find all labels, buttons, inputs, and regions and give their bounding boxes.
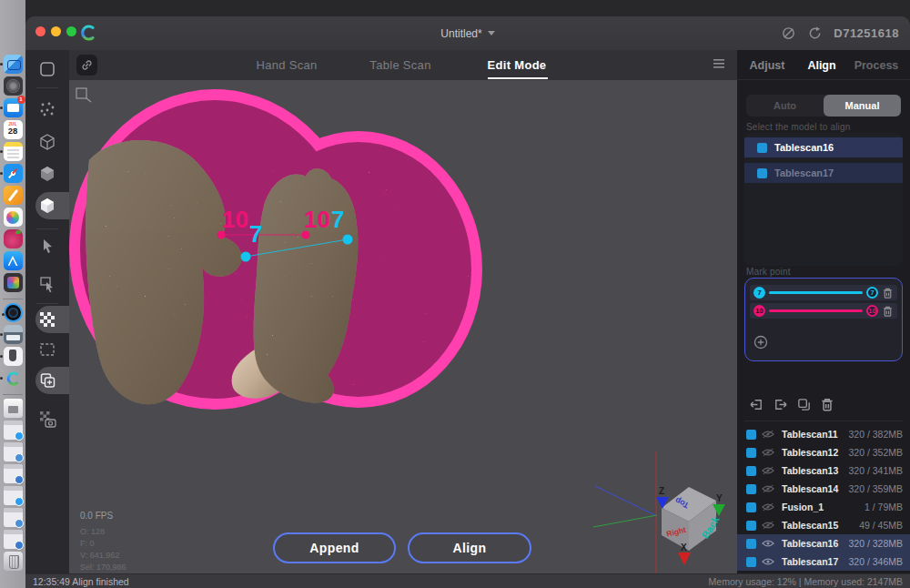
dock-minimized-window[interactable] bbox=[4, 508, 23, 527]
marker-pair-row-7[interactable]: 7 7 bbox=[750, 285, 897, 300]
import-icon[interactable] bbox=[749, 397, 764, 412]
model-row-tablescan16[interactable]: Tablescan16 bbox=[744, 137, 903, 157]
dock-scanner-app-icon[interactable] bbox=[4, 347, 23, 366]
tool-checker-camera[interactable] bbox=[25, 409, 69, 429]
checkbox[interactable] bbox=[746, 557, 756, 567]
checkbox[interactable] bbox=[746, 430, 756, 440]
checkbox[interactable] bbox=[746, 539, 756, 549]
checkbox[interactable] bbox=[757, 143, 767, 153]
scan-row-tablescan13[interactable]: Tablescan13 320 / 341MB bbox=[737, 461, 910, 480]
dock-revo-scan-icon[interactable] bbox=[4, 369, 23, 388]
scan-row-tablescan12[interactable]: Tablescan12 320 / 352MB bbox=[737, 443, 910, 461]
tab-adjust[interactable]: Adjust bbox=[750, 50, 785, 80]
revo-c-logo bbox=[5, 370, 21, 387]
eye-hidden-icon[interactable] bbox=[762, 502, 774, 512]
scan-name: Tablescan14 bbox=[782, 483, 838, 494]
checkbox[interactable] bbox=[746, 502, 756, 512]
scan-row-tablescan15[interactable]: Tablescan15 49 / 45MB bbox=[737, 516, 910, 534]
dock-window-app-icon[interactable] bbox=[4, 325, 23, 344]
add-marker-button[interactable] bbox=[753, 335, 768, 353]
dock-photos-icon[interactable] bbox=[4, 208, 23, 227]
feather-slash-icon[interactable] bbox=[781, 25, 796, 41]
align-button[interactable]: Align bbox=[408, 532, 531, 563]
dock-trash-icon[interactable] bbox=[4, 552, 23, 571]
tool-mesh-view-active[interactable] bbox=[25, 192, 69, 219]
eye-visible-icon[interactable] bbox=[762, 557, 774, 566]
eye-hidden-icon[interactable] bbox=[762, 484, 774, 493]
tool-checker-select-active[interactable] bbox=[25, 306, 69, 333]
tab-process[interactable]: Process bbox=[854, 50, 899, 80]
dock-minimized-window[interactable] bbox=[4, 421, 23, 440]
checkbox[interactable] bbox=[757, 168, 767, 178]
tab-hand-scan[interactable]: Hand Scan bbox=[256, 50, 317, 80]
tool-wireframe-view[interactable] bbox=[25, 132, 69, 152]
screen: 1 JUL 28 bbox=[0, 0, 910, 588]
marker-pair-row-10[interactable]: 10 10 bbox=[750, 303, 897, 319]
delete-marker-icon[interactable] bbox=[882, 305, 894, 318]
dock-minimized-window[interactable] bbox=[4, 464, 23, 483]
tool-append-scan-active[interactable] bbox=[25, 367, 69, 394]
scan-row-tablescan17[interactable]: Tablescan17 320 / 346MB bbox=[737, 553, 910, 571]
eye-hidden-icon[interactable] bbox=[762, 448, 774, 457]
dock-minimized-window[interactable] bbox=[4, 442, 23, 461]
scan-row-tablescan16[interactable]: Tablescan16 320 / 328MB bbox=[737, 534, 910, 553]
marker-point-7-a[interactable] bbox=[241, 252, 251, 262]
eye-hidden-icon[interactable] bbox=[762, 466, 774, 475]
delete-scan-icon[interactable] bbox=[820, 397, 834, 412]
refresh-icon[interactable] bbox=[807, 25, 823, 41]
marker-point-7-b[interactable] bbox=[343, 235, 353, 245]
dock-document-icon[interactable] bbox=[4, 399, 23, 418]
stat-line: O: 128 bbox=[80, 527, 105, 536]
dock-calendar-icon[interactable]: JUL 28 bbox=[4, 120, 23, 139]
export-icon[interactable] bbox=[773, 397, 788, 412]
append-button[interactable]: Append bbox=[273, 532, 396, 563]
tab-label: Table Scan bbox=[369, 58, 430, 72]
checkbox[interactable] bbox=[746, 466, 756, 476]
dock-notes-icon[interactable] bbox=[4, 142, 23, 161]
dock-minimized-window[interactable] bbox=[4, 530, 23, 549]
toolbar-divider bbox=[36, 303, 58, 304]
model-name: Tablescan17 bbox=[774, 167, 834, 178]
dock-raspberry-icon[interactable] bbox=[4, 229, 23, 248]
checkbox[interactable] bbox=[746, 521, 756, 531]
fps-value: 0.0 FPS bbox=[80, 511, 113, 521]
tool-pointer-select[interactable] bbox=[25, 274, 69, 294]
marker-link-track bbox=[769, 291, 863, 294]
checkbox[interactable] bbox=[746, 484, 756, 494]
scan-row-fusion1[interactable]: Fusion_1 1 / 79MB bbox=[737, 498, 910, 516]
model-row-tablescan17[interactable]: Tablescan17 bbox=[744, 163, 903, 183]
dock-blue-ring-app-icon[interactable] bbox=[4, 303, 23, 322]
dock-launchpad-icon[interactable] bbox=[4, 273, 23, 292]
dock-safari-icon[interactable] bbox=[4, 164, 23, 183]
checkbox[interactable] bbox=[746, 448, 756, 458]
tool-pointer[interactable] bbox=[25, 236, 69, 256]
menu-hamburger-icon[interactable] bbox=[712, 57, 726, 74]
dock-appstore-icon[interactable] bbox=[4, 251, 23, 270]
tool-select-frame[interactable] bbox=[25, 59, 69, 79]
eye-hidden-icon[interactable] bbox=[762, 430, 774, 439]
document-title-area[interactable]: Untitled* bbox=[25, 16, 910, 50]
tab-edit-mode[interactable]: Edit Mode bbox=[488, 50, 547, 80]
dock-finder-icon[interactable] bbox=[4, 55, 23, 74]
dock-pages-icon[interactable] bbox=[4, 186, 23, 205]
duplicate-icon[interactable] bbox=[796, 397, 812, 412]
scan-row-tablescan11[interactable]: Tablescan11 320 / 382MB bbox=[737, 425, 910, 443]
dock-minimized-window[interactable] bbox=[4, 486, 23, 505]
scene-canvas: 10 7 10 7 0.0 FPS O: 128 F: 0 V: 64 bbox=[69, 80, 737, 573]
scan-row-tablescan14[interactable]: Tablescan14 320 / 359MB bbox=[737, 480, 910, 498]
delete-marker-icon[interactable] bbox=[882, 287, 894, 299]
eye-hidden-icon[interactable] bbox=[762, 521, 774, 530]
dock-mail-icon[interactable]: 1 bbox=[4, 98, 23, 117]
eye-visible-icon[interactable] bbox=[762, 539, 774, 548]
viewport-3d[interactable]: 10 7 10 7 0.0 FPS O: 128 F: 0 V: 64 bbox=[69, 80, 737, 573]
toggle-manual[interactable]: Manual bbox=[824, 95, 901, 117]
tool-point-cloud-view[interactable] bbox=[25, 99, 69, 119]
tool-marquee-select[interactable] bbox=[25, 340, 69, 360]
tab-table-scan[interactable]: Table Scan bbox=[369, 50, 430, 80]
scan-size: 49 / 45MB bbox=[859, 520, 903, 531]
link-device-button[interactable] bbox=[76, 55, 97, 76]
tab-align[interactable]: Align bbox=[807, 50, 835, 80]
toggle-auto[interactable]: Auto bbox=[746, 95, 824, 117]
tool-solid-view[interactable] bbox=[25, 164, 69, 184]
dock-fingerprint-app-icon[interactable] bbox=[4, 76, 23, 96]
